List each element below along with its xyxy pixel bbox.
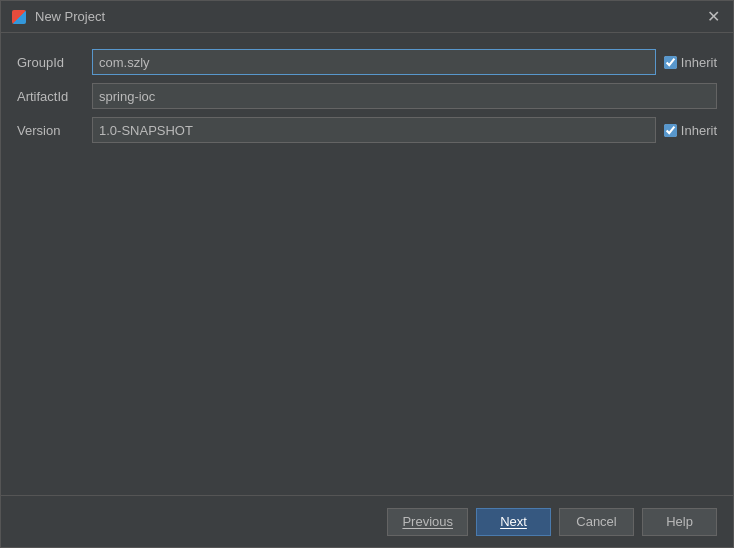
- artifactid-input[interactable]: [92, 83, 717, 109]
- dialog-content: GroupId Inherit ArtifactId Version Inher…: [1, 33, 733, 495]
- previous-button-label: Previous: [402, 514, 453, 529]
- dialog-footer: Previous Next Cancel Help: [1, 495, 733, 547]
- groupid-inherit-checkbox[interactable]: [664, 56, 677, 69]
- next-button[interactable]: Next: [476, 508, 551, 536]
- artifactid-label: ArtifactId: [17, 89, 92, 104]
- version-inherit-label: Inherit: [681, 123, 717, 138]
- app-icon: [11, 9, 27, 25]
- new-project-dialog: New Project ✕ GroupId Inherit ArtifactId…: [0, 0, 734, 548]
- help-button[interactable]: Help: [642, 508, 717, 536]
- groupid-inherit-label: Inherit: [681, 55, 717, 70]
- version-inherit-area: Inherit: [664, 123, 717, 138]
- groupid-row: GroupId Inherit: [17, 49, 717, 75]
- groupid-input[interactable]: [92, 49, 656, 75]
- cancel-button[interactable]: Cancel: [559, 508, 634, 536]
- version-row: Version Inherit: [17, 117, 717, 143]
- previous-button[interactable]: Previous: [387, 508, 468, 536]
- groupid-inherit-area: Inherit: [664, 55, 717, 70]
- groupid-label: GroupId: [17, 55, 92, 70]
- dialog-title: New Project: [35, 9, 105, 24]
- artifactid-row: ArtifactId: [17, 83, 717, 109]
- close-button[interactable]: ✕: [703, 7, 723, 27]
- next-button-label: Next: [500, 514, 527, 529]
- title-bar-left: New Project: [11, 9, 105, 25]
- version-input[interactable]: [92, 117, 656, 143]
- title-bar: New Project ✕: [1, 1, 733, 33]
- version-inherit-checkbox[interactable]: [664, 124, 677, 137]
- version-label: Version: [17, 123, 92, 138]
